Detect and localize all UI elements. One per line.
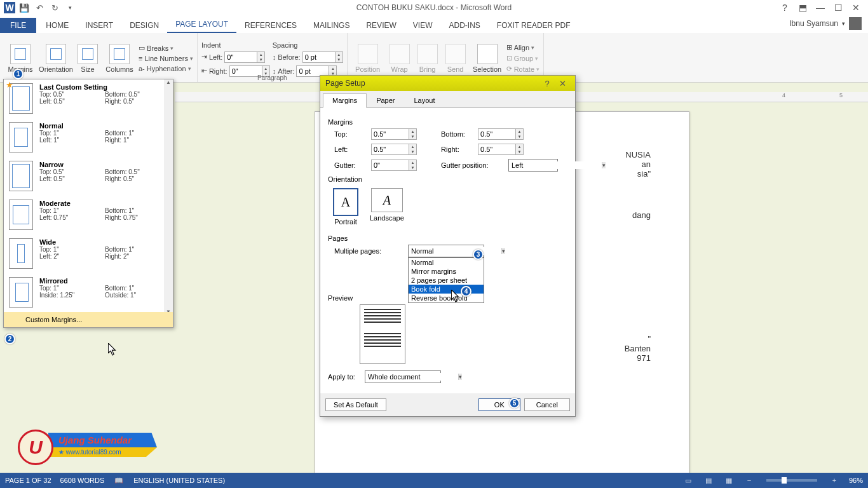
portrait-option[interactable]: A Portrait: [333, 188, 358, 226]
read-mode-icon[interactable]: ▭: [682, 477, 694, 485]
dialog-titlebar[interactable]: Page Setup ? ✕: [320, 76, 575, 91]
close-icon[interactable]: ✕: [849, 3, 863, 13]
ribbon-collapse-icon[interactable]: ⬒: [796, 3, 810, 13]
tab-design[interactable]: DESIGN: [121, 18, 167, 33]
option-mirror-margins[interactable]: Mirror margins: [409, 267, 484, 276]
margins-preset-normal[interactable]: Normal Top: 1" Bottom: 1" Left: 1" Right…: [4, 118, 173, 157]
zoom-out-icon[interactable]: −: [743, 477, 755, 484]
zoom-in-icon[interactable]: +: [829, 477, 840, 484]
ribbon-tabs: FILE HOME INSERT DESIGN PAGE LAYOUT REFE…: [0, 15, 868, 33]
indent-left-input[interactable]: [224, 51, 257, 63]
callout-badge-2: 2: [4, 334, 15, 344]
set-default-button[interactable]: Set As Default: [325, 398, 386, 411]
tab-addins[interactable]: ADD-INS: [440, 18, 488, 33]
option-book-fold[interactable]: Book fold: [409, 285, 484, 294]
gutter-pos-select[interactable]: ▾: [508, 159, 558, 172]
dialog-close-icon[interactable]: ✕: [555, 79, 570, 88]
tab-home[interactable]: HOME: [37, 18, 77, 33]
option-2-pages[interactable]: 2 pages per sheet: [409, 276, 484, 285]
option-normal[interactable]: Normal: [409, 258, 484, 267]
dialog-footer: Set As Default OK Cancel: [320, 393, 575, 416]
callout-badge-5: 5: [509, 398, 520, 409]
callout-badge-4: 4: [461, 286, 471, 297]
margins-dropdown: ▲▼ Last Custom Setting Top: 0.5" Bottom:…: [3, 79, 173, 328]
selection-icon: [477, 44, 498, 64]
proofing-icon[interactable]: 📖: [113, 477, 125, 485]
tab-foxit[interactable]: FOXIT READER PDF: [489, 18, 579, 33]
bottom-input[interactable]: [478, 128, 516, 140]
apply-to-select[interactable]: ▾: [365, 370, 441, 383]
top-label: Top:: [334, 130, 367, 138]
margins-preset-last-custom[interactable]: Last Custom Setting Top: 0.5" Bottom: 0.…: [4, 79, 173, 118]
zoom-slider[interactable]: [766, 479, 817, 482]
status-words[interactable]: 6608 WORDS: [60, 477, 105, 484]
apply-to-label: Apply to:: [328, 373, 361, 381]
wrap-icon: [390, 44, 410, 64]
account-menu[interactable]: Ibnu Syamsun ▾: [783, 14, 868, 33]
spacing-label: Spacing: [273, 41, 343, 49]
custom-margins-button[interactable]: Custom Margins...: [4, 312, 173, 327]
spacing-before[interactable]: ↕ Before: ▲▼: [273, 51, 343, 63]
tab-references[interactable]: REFERENCES: [236, 18, 305, 33]
status-language[interactable]: ENGLISH (UNITED STATES): [133, 477, 225, 484]
option-reverse-book-fold[interactable]: Reverse book fold: [409, 294, 484, 302]
qat-customize-icon[interactable]: ▾: [64, 2, 76, 13]
undo-icon[interactable]: ↶: [33, 2, 46, 13]
rotate-button[interactable]: ⟳ Rotate ▾: [506, 65, 539, 73]
callout-badge-3: 3: [473, 249, 484, 260]
dialog-title: Page Setup: [325, 79, 365, 88]
cancel-button[interactable]: Cancel: [524, 398, 570, 411]
dialog-tab-paper[interactable]: Paper: [367, 93, 404, 107]
spacing-before-input[interactable]: [302, 51, 336, 63]
dialog-tab-layout[interactable]: Layout: [404, 93, 444, 107]
word-app-icon[interactable]: W: [4, 2, 15, 13]
web-layout-icon[interactable]: ▦: [723, 477, 735, 485]
tab-review[interactable]: REVIEW: [358, 18, 404, 33]
tab-page-layout[interactable]: PAGE LAYOUT: [167, 17, 236, 33]
save-icon[interactable]: 💾: [18, 2, 31, 13]
print-layout-icon[interactable]: ▤: [703, 477, 714, 485]
group-objects-button[interactable]: ⊡ Group ▾: [506, 54, 539, 62]
help-icon[interactable]: ?: [778, 3, 792, 13]
banner-logo-icon: U: [18, 430, 53, 465]
margins-preset-mirrored[interactable]: Mirrored Top: 1" Bottom: 1" Inside: 1.25…: [4, 273, 173, 312]
tab-insert[interactable]: INSERT: [77, 18, 121, 33]
bottom-label: Bottom:: [441, 130, 474, 138]
gutter-input[interactable]: [371, 159, 409, 171]
statusbar: PAGE 1 OF 32 6608 WORDS 📖 ENGLISH (UNITE…: [0, 473, 868, 488]
left-label: Left:: [334, 146, 367, 153]
align-button[interactable]: ⊞ Align ▾: [506, 43, 539, 51]
size-button[interactable]: Size: [75, 34, 100, 82]
minimize-icon[interactable]: —: [813, 3, 827, 13]
indent-left[interactable]: ⇥ Left: ▲▼: [201, 51, 270, 63]
orientation-button[interactable]: Orientation: [39, 34, 72, 82]
avatar: [849, 17, 862, 30]
redo-icon[interactable]: ↻: [48, 2, 61, 13]
account-name: Ibnu Syamsun: [789, 19, 838, 28]
columns-button[interactable]: Columns: [103, 34, 136, 82]
tab-mailings[interactable]: MAILINGS: [305, 18, 358, 33]
dropdown-scrollbar[interactable]: ▲▼: [164, 79, 173, 315]
line-numbers-button[interactable]: ≡ Line Numbers ▾: [139, 55, 193, 62]
columns-icon: [109, 44, 130, 64]
dialog-help-icon[interactable]: ?: [539, 79, 555, 88]
landscape-option[interactable]: A Landscape: [370, 188, 404, 226]
margins-preset-moderate[interactable]: Moderate Top: 1" Bottom: 1" Left: 0.75" …: [4, 196, 173, 234]
margins-preset-wide[interactable]: Wide Top: 1" Bottom: 1" Left: 2" Right: …: [4, 234, 173, 273]
status-page[interactable]: PAGE 1 OF 32: [5, 477, 51, 484]
pages-section-label: Pages: [328, 234, 567, 242]
margins-preset-narrow[interactable]: Narrow Top: 0.5" Bottom: 0.5" Left: 0.5"…: [4, 157, 173, 196]
indent-label: Indent: [201, 41, 270, 49]
tab-file[interactable]: FILE: [0, 18, 36, 33]
page-setup-dialog: Page Setup ? ✕ Margins Paper Layout Marg…: [320, 75, 576, 417]
right-input[interactable]: [478, 144, 516, 155]
size-icon: [78, 44, 98, 64]
tab-view[interactable]: VIEW: [405, 18, 441, 33]
top-input[interactable]: [371, 128, 409, 140]
zoom-level[interactable]: 96%: [849, 477, 863, 484]
hyphenation-button[interactable]: a- Hyphenation ▾: [139, 65, 193, 72]
left-input[interactable]: [371, 144, 409, 155]
dialog-tab-margins[interactable]: Margins: [323, 93, 367, 108]
maximize-icon[interactable]: ☐: [831, 3, 845, 13]
breaks-button[interactable]: ▭ Breaks ▾: [139, 44, 193, 52]
